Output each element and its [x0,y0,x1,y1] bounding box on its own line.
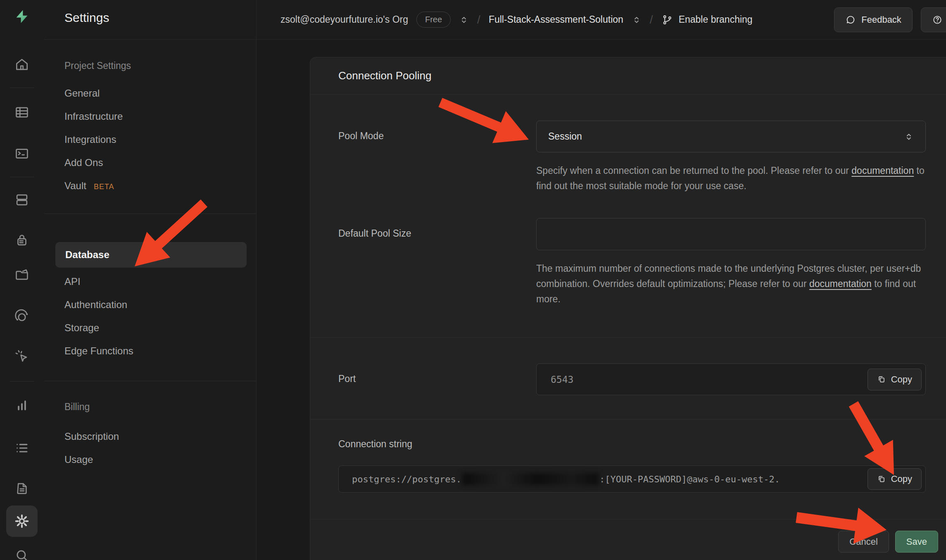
documentation-link[interactable]: documentation [851,165,914,176]
panel-header: Connection Pooling [310,57,946,95]
default-pool-size-input[interactable] [536,218,926,250]
sidebar-item-database[interactable]: Database [55,242,247,268]
sidebar-item-api[interactable]: API [64,273,81,291]
nav-heading-project-settings: Project Settings [64,60,131,71]
sidebar-item-storage[interactable]: Storage [64,319,99,337]
port-label: Port [338,363,536,384]
nav-divider [44,381,256,381]
docs-icon[interactable] [13,479,31,498]
default-pool-size-label: Default Pool Size [338,218,536,239]
sidebar-item-infrastructure[interactable]: Infrastructure [64,107,123,126]
storage-icon[interactable] [13,266,31,284]
copy-icon [877,475,886,484]
copy-label: Copy [891,474,912,484]
git-branch-icon [661,14,673,26]
sidebar-item-edge-functions[interactable]: Edge Functions [64,342,133,360]
plan-badge: Free [416,12,451,28]
feedback-label: Feedback [861,14,901,25]
search-icon[interactable] [13,546,31,560]
connection-string-suffix: :[YOUR-PASSWORD]@aws-0-eu-west-2. [599,474,780,484]
enable-branching-label: Enable branching [679,14,753,25]
sidebar-item-integrations[interactable]: Integrations [64,131,116,149]
beta-badge: BETA [94,183,114,191]
cancel-button[interactable]: Cancel [838,531,889,553]
connection-string-copy-button[interactable]: Copy [868,468,922,490]
sql-editor-icon[interactable] [13,145,31,163]
rail-divider [10,177,34,177]
save-button[interactable]: Save [895,531,938,553]
page-title: Settings [64,11,109,25]
section-divider [310,419,946,420]
top-bar: zsolt@codeyourfuture.io's Org Free / Ful… [257,0,946,39]
documentation-link[interactable]: documentation [809,278,872,289]
redacted-project-ref [462,473,599,485]
supabase-logo-icon[interactable] [13,7,31,26]
default-pool-size-row: Default Pool Size The maximum number of … [338,218,926,307]
realtime-icon[interactable] [13,308,31,326]
feedback-button[interactable]: Feedback [834,7,913,32]
sidebar-item-label: Vault [64,180,86,191]
connection-string-label: Connection string [338,439,926,450]
breadcrumb-separator: / [650,13,653,26]
table-editor-icon[interactable] [13,103,31,121]
sidebar-item-usage[interactable]: Usage [64,451,93,469]
sidebar-item-subscription[interactable]: Subscription [64,427,119,446]
help-button[interactable]: He [921,7,946,32]
authentication-icon[interactable] [13,231,31,249]
copy-icon [877,375,886,384]
port-value: 6543 [551,374,573,385]
edge-functions-icon[interactable] [13,348,31,366]
default-pool-size-description: The maximum number of connections made t… [536,261,926,307]
connection-pooling-panel: Connection Pooling Pool Mode Session Spe… [310,57,946,560]
rail-divider [10,88,34,88]
database-icon[interactable] [13,191,31,209]
copy-label: Copy [891,374,912,385]
chevron-up-down-icon [904,132,914,142]
sidebar-item-vault[interactable]: VaultBETA [64,177,114,195]
breadcrumb-org[interactable]: zsolt@codeyourfuture.io's Org [280,14,408,25]
settings-icon-active[interactable] [6,505,38,537]
chevron-up-down-icon[interactable] [632,15,642,25]
sidebar-item-add-ons[interactable]: Add Ons [64,154,103,172]
breadcrumb-separator: / [477,13,480,26]
header-divider [44,39,946,40]
sidebar-item-general[interactable]: General [64,84,100,102]
chevron-up-down-icon[interactable] [459,15,469,25]
pool-mode-row: Pool Mode Session Specify when a connect… [338,121,926,194]
panel-footer: Cancel Save [338,520,938,553]
speech-bubble-icon [845,14,856,25]
port-value-field: 6543 Copy [536,363,926,395]
panel-title: Connection Pooling [338,69,432,82]
rail-divider [10,381,34,382]
pool-mode-select[interactable]: Session [536,121,926,152]
pool-mode-label: Pool Mode [338,121,536,142]
port-copy-button[interactable]: Copy [868,368,922,390]
description-text: Specify when a connection can be returne… [536,165,851,176]
question-circle-icon [932,14,943,25]
logs-icon[interactable] [13,439,31,457]
app-window: Settings Project Settings General Infras… [0,0,946,560]
nav-heading-billing: Billing [64,401,90,413]
connection-string-field: postgres://postgres. :[YOUR-PASSWORD]@aw… [338,465,926,493]
port-row: Port 6543 Copy [338,363,926,395]
pool-mode-description: Specify when a connection can be returne… [536,163,926,194]
home-icon[interactable] [13,55,31,74]
enable-branching-button[interactable]: Enable branching [661,14,753,26]
sidebar-item-authentication[interactable]: Authentication [64,296,127,314]
breadcrumb-project[interactable]: Full-Stack-Assessment-Solution [489,14,623,25]
reports-icon[interactable] [13,396,31,415]
icon-rail [0,0,44,560]
section-divider [310,337,946,338]
nav-divider [44,214,256,214]
pool-mode-value: Session [548,131,582,142]
settings-nav-panel: Settings Project Settings General Infras… [44,0,257,560]
connection-string-prefix: postgres://postgres. [352,474,461,484]
